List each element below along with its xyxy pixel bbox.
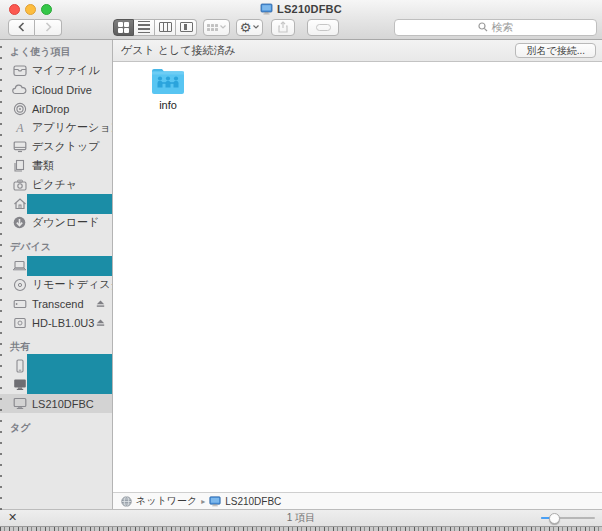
sidebar-item-icloud-drive[interactable]: iCloud Drive — [0, 80, 112, 99]
sidebar-item-transcend[interactable]: Transcend — [0, 294, 112, 313]
item-count: 1 項目 — [287, 511, 315, 525]
tag-icon — [316, 24, 331, 31]
sidebar-item-device-redacted[interactable] — [0, 256, 112, 275]
display-icon — [12, 397, 27, 411]
airdrop-icon — [12, 102, 27, 116]
remote-disc-icon — [12, 278, 27, 292]
share-button[interactable] — [271, 19, 295, 36]
coverflow-view-button[interactable] — [176, 19, 197, 36]
sidebar-item-airdrop[interactable]: AirDrop — [0, 99, 112, 118]
redaction-overlay — [27, 194, 112, 214]
mobile-device-icon — [12, 359, 27, 373]
desktop-edge-sliver — [0, 40, 2, 510]
arrange-button[interactable] — [203, 19, 230, 36]
list-view-button[interactable] — [134, 19, 155, 36]
tags-button[interactable] — [307, 19, 339, 36]
connect-as-button[interactable]: 別名で接続... — [515, 43, 596, 58]
connect-status-bar: ゲスト として接続済み 別名で接続... — [113, 40, 602, 62]
list-view-icon — [138, 21, 150, 33]
path-segment-network[interactable]: ネットワーク — [136, 494, 197, 508]
sidebar-section-tags: タグ — [0, 421, 112, 437]
view-switcher — [113, 19, 197, 36]
gear-icon: ⚙ — [240, 21, 252, 34]
file-item-info[interactable]: info — [137, 66, 199, 111]
slider-thumb[interactable] — [549, 513, 560, 524]
network-globe-icon — [121, 496, 132, 507]
forward-button[interactable] — [35, 19, 62, 36]
icon-view-icon — [118, 22, 129, 33]
sidebar-section-devices: デバイス — [0, 240, 112, 256]
sidebar-item-desktop[interactable]: デスクトップ — [0, 137, 112, 156]
status-left-glyph: ✕ — [8, 511, 17, 524]
icon-size-slider[interactable] — [541, 517, 595, 519]
column-view-icon — [159, 22, 172, 32]
window-title: LS210DFBC — [277, 3, 342, 15]
external-drive-icon — [12, 297, 27, 311]
arrange-icon — [207, 24, 218, 31]
column-view-button[interactable] — [155, 19, 176, 36]
guest-status-text: ゲスト として接続済み — [121, 43, 236, 58]
redaction-overlay — [27, 256, 112, 276]
icon-view-button[interactable] — [113, 19, 134, 36]
sidebar-item-ls210dfbc[interactable]: LS210DFBC — [0, 394, 112, 413]
camera-icon — [12, 178, 27, 192]
svg-text:A: A — [15, 121, 24, 134]
path-separator: ▸ — [201, 497, 205, 506]
file-icon-view[interactable]: info — [113, 62, 602, 492]
content-area: ゲスト として接続済み 別名で接続... — [113, 40, 602, 509]
search-icon — [478, 22, 488, 32]
share-icon — [278, 21, 288, 33]
shared-folder-icon — [151, 66, 185, 96]
action-button[interactable]: ⚙ — [236, 19, 263, 36]
home-icon — [12, 197, 27, 211]
display-dark-icon — [12, 378, 27, 392]
path-segment-ls210dfbc[interactable]: LS210DFBC — [225, 496, 281, 507]
chevron-down-icon — [253, 25, 259, 29]
search-placeholder: 検索 — [492, 20, 514, 35]
sidebar-item-applications[interactable]: A アプリケーション — [0, 118, 112, 137]
title-row: LS210DFBC — [0, 0, 602, 17]
sidebar-item-pictures[interactable]: ピクチャ — [0, 175, 112, 194]
traffic-lights — [9, 4, 52, 15]
laptop-icon — [12, 259, 27, 273]
computer-icon — [209, 496, 221, 507]
sidebar-item-my-files[interactable]: マイファイル — [0, 61, 112, 80]
sidebar-item-documents[interactable]: 書類 — [0, 156, 112, 175]
finder-window: LS210DFBC — [0, 0, 602, 527]
sidebar-section-favorites: よく使う項目 — [0, 45, 112, 61]
documents-icon — [12, 159, 27, 173]
cloud-icon — [12, 83, 27, 97]
sidebar-item-downloads[interactable]: ダウンロード — [0, 213, 112, 232]
chevron-right-icon — [45, 22, 52, 32]
hard-drive-icon — [12, 316, 27, 330]
downloads-icon — [12, 216, 27, 230]
sidebar: よく使う項目 マイファイル iCloud Drive AirDrop A アプリ… — [0, 40, 113, 509]
titlebar: LS210DFBC — [0, 0, 602, 40]
desktop-bottom-sliver — [0, 527, 602, 531]
nav-buttons — [8, 19, 62, 36]
chevron-left-icon — [18, 22, 25, 32]
eject-icon[interactable] — [96, 299, 105, 308]
close-button[interactable] — [9, 4, 20, 15]
zoom-button[interactable] — [41, 4, 52, 15]
path-bar: ネットワーク ▸ LS210DFBC — [113, 492, 602, 509]
sidebar-item-hd-lb10u3[interactable]: HD-LB1.0U3 — [0, 313, 112, 332]
coverflow-view-icon — [180, 22, 193, 32]
applications-icon: A — [12, 121, 27, 135]
chevron-down-icon — [220, 25, 226, 29]
eject-icon[interactable] — [96, 318, 105, 327]
status-bar: ✕ 1 項目 — [0, 509, 602, 526]
sidebar-item-shared-redacted-2[interactable] — [0, 375, 112, 394]
minimize-button[interactable] — [25, 4, 36, 15]
desktop-icon — [12, 140, 27, 154]
file-label: info — [159, 99, 177, 111]
sidebar-item-home-redacted[interactable] — [0, 194, 112, 213]
my-files-icon — [12, 64, 27, 78]
toolbar: ⚙ 検索 — [0, 17, 602, 40]
computer-icon — [260, 3, 273, 15]
search-input[interactable]: 検索 — [394, 19, 597, 36]
sidebar-item-remote-disc[interactable]: リモートディスク — [0, 275, 112, 294]
redaction-overlay — [27, 373, 112, 395]
back-button[interactable] — [8, 19, 35, 36]
